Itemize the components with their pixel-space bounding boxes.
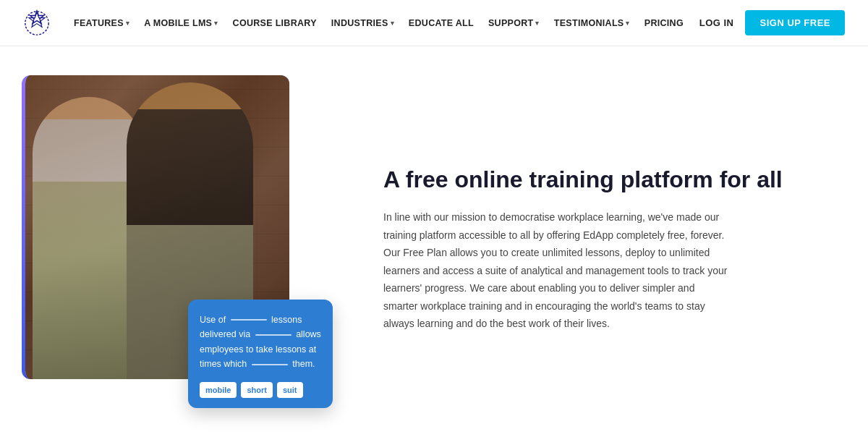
nav-actions: LOG IN SIGN UP FREE bbox=[699, 10, 845, 35]
nav-links: FEATURES ▾ A MOBILE LMS ▾ COURSE LIBRARY… bbox=[68, 14, 699, 33]
nav-item-educate-all[interactable]: EDUCATE ALL bbox=[403, 14, 480, 33]
quiz-option-suit[interactable]: suit bbox=[277, 382, 303, 398]
chevron-down-icon: ▾ bbox=[626, 20, 629, 27]
nav-item-industries[interactable]: INDUSTRIES ▾ bbox=[326, 14, 400, 33]
hero-text: A free online training platform for all … bbox=[326, 165, 825, 333]
login-button[interactable]: LOG IN bbox=[699, 17, 734, 28]
hero-body: In line with our mission to democratise … bbox=[383, 208, 731, 333]
nav-item-mobile-lms[interactable]: A MOBILE LMS ▾ bbox=[138, 14, 224, 33]
logo[interactable] bbox=[23, 9, 51, 37]
svg-marker-1 bbox=[29, 12, 45, 27]
quiz-options: mobile short suit bbox=[200, 382, 321, 398]
nav-item-course-library[interactable]: COURSE LIBRARY bbox=[227, 14, 323, 33]
hero-image-area: Use of lessons delivered via allows empl… bbox=[22, 75, 326, 423]
chevron-down-icon: ▾ bbox=[535, 20, 539, 27]
quiz-blank-3 bbox=[252, 364, 288, 365]
quiz-blank-1 bbox=[231, 319, 267, 321]
nav-item-features[interactable]: FEATURES ▾ bbox=[68, 14, 135, 33]
nav-item-pricing[interactable]: PRICING bbox=[639, 14, 689, 33]
nav-item-testimonials[interactable]: TESTIMONIALS ▾ bbox=[548, 14, 636, 33]
chevron-down-icon: ▾ bbox=[126, 20, 129, 27]
chevron-down-icon: ▾ bbox=[391, 20, 394, 27]
quiz-option-short[interactable]: short bbox=[241, 382, 273, 398]
navbar: FEATURES ▾ A MOBILE LMS ▾ COURSE LIBRARY… bbox=[0, 0, 868, 46]
hero-title: A free online training platform for all bbox=[383, 165, 825, 194]
nav-item-support[interactable]: SUPPORT ▾ bbox=[482, 14, 545, 33]
hero-section: Use of lessons delivered via allows empl… bbox=[0, 46, 868, 437]
signup-button[interactable]: SIGN UP FREE bbox=[745, 10, 845, 35]
quiz-card-text: Use of lessons delivered via allows empl… bbox=[200, 313, 321, 373]
quiz-card: Use of lessons delivered via allows empl… bbox=[188, 300, 333, 409]
quiz-blank-2 bbox=[255, 334, 292, 336]
chevron-down-icon: ▾ bbox=[214, 20, 218, 27]
quiz-option-mobile[interactable]: mobile bbox=[200, 382, 237, 398]
